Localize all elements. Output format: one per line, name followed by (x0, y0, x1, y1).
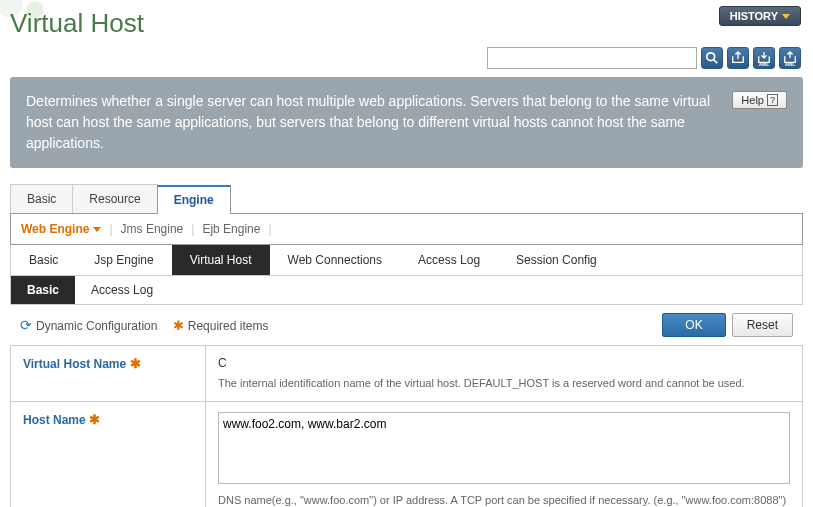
required-star-icon: ✱ (130, 356, 141, 371)
refresh-icon: ⟳ (20, 317, 32, 333)
help-label: Help (741, 94, 764, 106)
host-name-textarea[interactable] (218, 412, 790, 484)
tab2-access-log[interactable]: Access Log (400, 245, 498, 275)
engine-ejb-link[interactable]: Ejb Engine (202, 222, 260, 236)
tab-resource[interactable]: Resource (72, 184, 157, 213)
host-name-hint: DNS name(e.g., "www.foo.com") or IP addr… (218, 493, 790, 507)
triangle-down-icon (93, 227, 101, 232)
description-banner: Determines whether a single server can h… (10, 77, 803, 168)
separator: | (268, 222, 271, 236)
required-legend: ✱ Required items (173, 318, 268, 333)
engine-selector: Web Engine | Jms Engine | Ejb Engine | (21, 222, 792, 236)
tab2-web-connections[interactable]: Web Connections (270, 245, 401, 275)
ok-button[interactable]: OK (662, 313, 725, 337)
virtual-host-name-value: C (218, 356, 790, 370)
export-button[interactable] (727, 47, 749, 69)
export-icon (731, 51, 745, 65)
virtual-host-name-label: Virtual Host Name (23, 357, 126, 371)
tab3-basic[interactable]: Basic (11, 276, 75, 304)
tab2-jsp-engine[interactable]: Jsp Engine (76, 245, 171, 275)
tabs-level1: Basic Resource Engine (10, 184, 803, 214)
tabs-level3: Basic Access Log (10, 276, 803, 305)
xml-label-2: XML (785, 61, 796, 67)
export-xml-button[interactable]: XML (779, 47, 801, 69)
page-title: Virtual Host (10, 8, 803, 39)
engine-jms-link[interactable]: Jms Engine (121, 222, 184, 236)
engine-web-label: Web Engine (21, 222, 89, 236)
separator: | (109, 222, 112, 236)
xml-label-1: XML (759, 61, 770, 67)
search-button[interactable] (701, 47, 723, 69)
required-star-icon: ✱ (173, 318, 184, 333)
tab2-session-config[interactable]: Session Config (498, 245, 615, 275)
description-text: Determines whether a single server can h… (26, 91, 716, 154)
tab-basic[interactable]: Basic (10, 184, 73, 213)
tab3-access-log[interactable]: Access Log (75, 276, 169, 304)
search-input[interactable] (487, 47, 697, 69)
tab-engine[interactable]: Engine (157, 185, 231, 214)
import-xml-button[interactable]: XML (753, 47, 775, 69)
dynamic-config-legend: ⟳Dynamic Configuration (20, 317, 157, 333)
required-star-icon: ✱ (89, 412, 100, 427)
tabs-level2: Basic Jsp Engine Virtual Host Web Connec… (10, 245, 803, 276)
separator: | (191, 222, 194, 236)
tab2-virtual-host[interactable]: Virtual Host (172, 245, 270, 275)
virtual-host-name-hint: The internal identification name of the … (218, 376, 790, 391)
engine-web-dropdown[interactable]: Web Engine (21, 222, 101, 236)
reset-button[interactable]: Reset (732, 313, 793, 337)
search-icon (705, 51, 719, 65)
svg-line-1 (714, 60, 718, 64)
tab2-basic[interactable]: Basic (11, 245, 76, 275)
help-button[interactable]: Help ? (732, 91, 787, 109)
question-icon: ? (767, 94, 778, 106)
host-name-label: Host Name (23, 413, 86, 427)
svg-point-0 (707, 53, 715, 61)
